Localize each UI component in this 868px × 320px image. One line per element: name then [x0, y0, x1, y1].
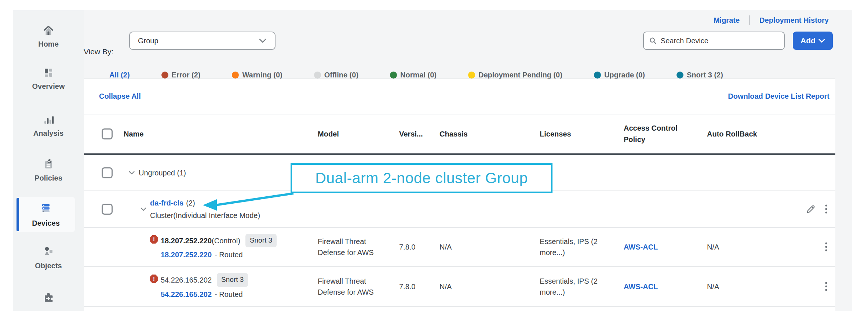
- error-status-icon: !: [150, 274, 158, 283]
- device-name[interactable]: 18.207.252.220: [161, 235, 212, 246]
- analysis-icon: [42, 113, 55, 126]
- tab-snort3[interactable]: Snort 3 (2): [676, 71, 723, 79]
- device-model: Firewall Threat Defense for AWS: [318, 236, 399, 258]
- tab-deployment-pending[interactable]: Deployment Pending (0): [468, 71, 562, 79]
- column-header-name: Name: [124, 128, 318, 140]
- tab-error[interactable]: Error (2): [161, 71, 201, 79]
- sidebar-item-label: Policies: [34, 174, 62, 182]
- home-icon: [42, 24, 55, 37]
- view-by-dropdown[interactable]: Group: [129, 32, 276, 50]
- app-canvas: Home Overview Analysis Policies: [13, 10, 852, 311]
- sidebar-item-label: Overview: [32, 82, 65, 91]
- edit-pencil-icon[interactable]: [805, 204, 816, 215]
- overview-icon: [42, 66, 55, 79]
- cluster-name-link[interactable]: da-frd-cls: [150, 199, 183, 207]
- more-actions-kebab-icon[interactable]: [824, 241, 828, 252]
- topbar-divider: [749, 15, 750, 25]
- chevron-down-icon[interactable]: [140, 207, 147, 211]
- tab-upgrade[interactable]: Upgrade (0): [594, 71, 645, 79]
- chevron-down-icon: [818, 39, 825, 43]
- search-icon: [649, 36, 657, 45]
- sidebar: Home Overview Analysis Policies: [13, 10, 84, 311]
- offline-status-dot: [314, 72, 321, 79]
- sidebar-item-policies[interactable]: Policies: [13, 158, 84, 182]
- warning-status-dot: [232, 72, 239, 79]
- collapse-all-link[interactable]: Collapse All: [99, 92, 141, 101]
- sidebar-item-objects[interactable]: Objects: [13, 245, 84, 270]
- callout-arrow: [200, 189, 296, 213]
- chevron-down-icon: [259, 38, 267, 43]
- device-row: ! 18.207.252.220(Control) Snort 3 18.207…: [84, 227, 835, 266]
- callout-box: Dual-arm 2-node cluster Group: [291, 163, 552, 193]
- view-by-value: Group: [138, 37, 158, 45]
- snort-version-badge: Snort 3: [245, 234, 277, 248]
- device-role-label: (Control): [212, 235, 240, 246]
- more-actions-kebab-icon[interactable]: [824, 204, 828, 215]
- device-version: 7.8.0: [399, 241, 440, 252]
- device-model: Firewall Threat Defense for AWS: [318, 276, 399, 298]
- device-list-panel: Collapse All Download Device List Report…: [84, 79, 835, 311]
- device-acp-link[interactable]: AWS-ACL: [624, 241, 707, 252]
- sidebar-item-integration[interactable]: [13, 290, 84, 303]
- device-row: ! 54.226.165.202 Snort 3 54.226.165.202 …: [84, 266, 835, 307]
- device-mode-label: - Routed: [215, 249, 243, 260]
- add-button[interactable]: Add: [793, 32, 833, 50]
- list-toolbar: Collapse All Download Device List Report: [84, 79, 835, 114]
- devices-icon: [39, 202, 52, 216]
- table-header-row: Name Model Versi... Chassis Licenses Acc…: [84, 114, 835, 155]
- more-actions-kebab-icon[interactable]: [824, 281, 828, 292]
- sidebar-item-devices[interactable]: Devices: [17, 197, 75, 232]
- sidebar-item-label: Analysis: [33, 129, 63, 138]
- sidebar-item-devices-active: Devices: [17, 197, 75, 232]
- migrate-link[interactable]: Migrate: [714, 16, 740, 25]
- tab-offline[interactable]: Offline (0): [314, 71, 358, 79]
- sidebar-item-overview[interactable]: Overview: [13, 66, 84, 91]
- tab-warning[interactable]: Warning (0): [232, 71, 282, 79]
- device-acp-link[interactable]: AWS-ACL: [624, 281, 707, 292]
- upgrade-status-dot: [594, 72, 601, 79]
- error-status-icon: !: [150, 235, 158, 244]
- pending-status-dot: [468, 72, 475, 79]
- tab-all[interactable]: All (2): [109, 71, 130, 79]
- column-header-acp: Access Control Policy: [624, 123, 707, 145]
- device-ip-link[interactable]: 54.226.165.202: [161, 289, 212, 300]
- row-checkbox[interactable]: [102, 167, 113, 178]
- device-version: 7.8.0: [399, 281, 440, 292]
- device-mode-label: - Routed: [215, 289, 243, 300]
- policies-icon: [42, 158, 55, 171]
- device-ip-link[interactable]: 18.207.252.220: [161, 249, 212, 260]
- objects-icon: [42, 245, 55, 258]
- tab-normal[interactable]: Normal (0): [390, 71, 437, 79]
- sidebar-item-analysis[interactable]: Analysis: [13, 113, 84, 138]
- sidebar-item-label: Objects: [35, 262, 62, 270]
- device-rollback: N/A: [707, 281, 789, 292]
- group-row-cluster: da-frd-cls(2) Cluster(Individual Interfa…: [84, 190, 835, 227]
- snort3-status-dot: [676, 72, 683, 79]
- column-header-model: Model: [318, 128, 399, 140]
- device-chassis: N/A: [440, 281, 540, 292]
- row-checkbox[interactable]: [102, 204, 113, 215]
- topbar: Migrate Deployment History: [714, 15, 829, 25]
- device-licenses: Essentials, IPS (2 more...): [540, 236, 624, 258]
- deployment-history-link[interactable]: Deployment History: [759, 16, 829, 25]
- search-input[interactable]: [661, 37, 779, 45]
- device-management-page: { "topbar": { "migrate": "Migrate", "dep…: [0, 0, 868, 320]
- normal-status-dot: [390, 72, 397, 79]
- select-all-checkbox[interactable]: [102, 128, 113, 139]
- device-chassis: N/A: [440, 241, 540, 252]
- device-name[interactable]: 54.226.165.202: [161, 274, 212, 286]
- sidebar-item-label: Devices: [32, 219, 60, 228]
- download-device-list-report-link[interactable]: Download Device List Report: [728, 92, 829, 101]
- error-status-dot: [161, 72, 168, 79]
- snort-version-badge: Snort 3: [217, 273, 248, 287]
- integration-puzzle-icon: [42, 290, 55, 303]
- chevron-down-icon[interactable]: [128, 171, 135, 175]
- sidebar-item-label: Home: [38, 40, 59, 48]
- column-header-rollback: Auto RollBack: [707, 128, 789, 140]
- sidebar-item-home[interactable]: Home: [13, 24, 84, 48]
- column-header-version: Versi...: [399, 128, 440, 140]
- callout-text: Dual-arm 2-node cluster Group: [315, 170, 528, 187]
- group-name-label[interactable]: Ungrouped (1): [139, 167, 186, 178]
- device-licenses: Essentials, IPS (2 more...): [540, 276, 624, 298]
- view-by-label: View By:: [84, 47, 113, 56]
